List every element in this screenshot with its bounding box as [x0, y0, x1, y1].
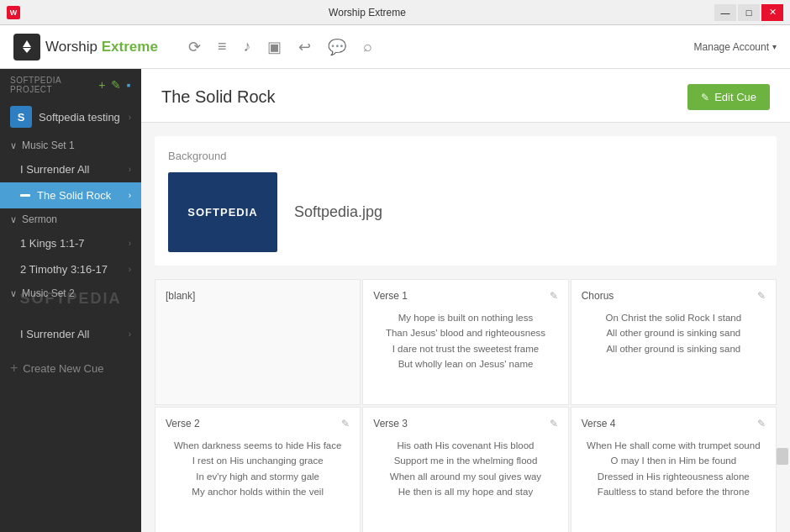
verse-1-text: My hope is built on nothing less Than Je… — [373, 310, 557, 372]
chevron-right-icon-3: › — [129, 191, 131, 200]
project-icons: + ✎ ▪ — [98, 78, 131, 92]
bg-filename: Softpedia.jpg — [294, 203, 382, 221]
expand-icon-2: ∨ — [10, 214, 17, 225]
app-icon: W — [7, 6, 20, 19]
app-logo: Worship Extreme — [13, 34, 158, 61]
folder-icon[interactable]: ▪ — [127, 78, 131, 92]
manage-account-button[interactable]: Manage Account ▾ — [694, 41, 777, 53]
logo-text: Worship Extreme — [45, 39, 158, 55]
edit-icon[interactable]: ✎ — [111, 78, 122, 92]
sidebar-item-sermon[interactable]: ∨ Sermon — [0, 208, 141, 230]
background-section: Background SOFTPEDIA Softpedia.jpg — [155, 136, 777, 266]
slides-section: [blank] Verse 1 ✎ My hope is built on no… — [155, 279, 777, 532]
titlebar: W Worship Extreme — □ ✕ — [0, 0, 790, 25]
plus-icon: + — [10, 361, 18, 376]
window-title: Worship Extreme — [20, 7, 714, 18]
edit-verse-4-icon[interactable]: ✎ — [757, 418, 766, 429]
add-icon[interactable]: + — [98, 78, 106, 92]
edit-verse-1-icon[interactable]: ✎ — [550, 290, 558, 302]
main-layout: SOFTPEDIA PROJECT + ✎ ▪ S Softpedia test… — [0, 69, 790, 532]
background-label: Background — [168, 150, 763, 162]
app-container: Worship Extreme ⟳ ≡ ♪ ▣ ↩ 💬 ⌕ Manage Acc… — [0, 25, 790, 532]
sidebar-item-2-timothy[interactable]: 2 Timothy 3:16-17 › — [0, 256, 141, 282]
list-icon[interactable]: ≡ — [218, 38, 227, 55]
softpedia-icon: S — [10, 106, 32, 128]
scrollbar-thumb[interactable] — [777, 448, 788, 465]
slides-grid: [blank] Verse 1 ✎ My hope is built on no… — [155, 279, 777, 532]
sidebar-item-1-kings[interactable]: 1 Kings 1:1-7 › — [0, 230, 141, 256]
slide-blank[interactable]: [blank] — [155, 279, 361, 405]
undo-icon[interactable]: ↩ — [298, 38, 311, 56]
sidebar-item-music-set-2[interactable]: ∨ Music Set 2 SOFTPEDIA — [0, 282, 141, 304]
sidebar-project-header: SOFTPEDIA PROJECT + ✎ ▪ — [0, 69, 141, 99]
sidebar-item-i-surrender-all-2[interactable]: I Surrender All › — [0, 321, 141, 347]
verse-4-text: When He shall come with trumpet sound O … — [582, 438, 766, 500]
close-button[interactable]: ✕ — [761, 4, 783, 21]
sidebar-item-softpedia-testing[interactable]: S Softpedia testing › — [0, 99, 141, 134]
page-title: The Solid Rock — [161, 87, 276, 107]
window-controls: — □ ✕ — [714, 4, 783, 21]
expand-icon: ∨ — [10, 140, 17, 151]
verse-3-text: His oath His covenant His blood Support … — [373, 438, 557, 500]
chevron-right-icon-5: › — [129, 265, 131, 274]
edit-chorus-icon[interactable]: ✎ — [757, 290, 766, 302]
comment-icon[interactable]: 💬 — [328, 38, 346, 56]
chevron-right-icon: › — [129, 113, 131, 122]
pencil-icon: ✎ — [701, 92, 709, 103]
minimize-button[interactable]: — — [714, 4, 736, 21]
edit-cue-button[interactable]: ✎ Edit Cue — [687, 84, 770, 110]
chevron-down-icon: ▾ — [772, 42, 777, 51]
edit-verse-2-icon[interactable]: ✎ — [341, 418, 350, 429]
create-new-cue-button[interactable]: + Create New Cue — [0, 354, 141, 382]
slide-verse-1[interactable]: Verse 1 ✎ My hope is built on nothing le… — [362, 279, 568, 405]
search-icon[interactable]: ⌕ — [363, 38, 372, 55]
sidebar: SOFTPEDIA PROJECT + ✎ ▪ S Softpedia test… — [0, 69, 141, 532]
chorus-text: On Christ the solid Rock I stand All oth… — [582, 310, 766, 356]
background-content: SOFTPEDIA Softpedia.jpg — [168, 172, 763, 252]
bg-logo: SOFTPEDIA — [187, 206, 257, 219]
content-area: The Solid Rock ✎ Edit Cue Background SOF… — [141, 69, 790, 532]
slide-verse-3[interactable]: Verse 3 ✎ His oath His covenant His bloo… — [362, 407, 568, 532]
maximize-button[interactable]: □ — [738, 4, 760, 21]
content-header: The Solid Rock ✎ Edit Cue — [141, 69, 790, 123]
background-thumbnail: SOFTPEDIA — [168, 172, 277, 252]
music-icon[interactable]: ♪ — [243, 38, 250, 55]
logo-icon — [23, 40, 31, 53]
edit-verse-3-icon[interactable]: ✎ — [550, 418, 558, 429]
active-dash-icon — [20, 194, 30, 197]
verse-2-text: When darkness seems to hide His face I r… — [166, 438, 350, 500]
slide-chorus[interactable]: Chorus ✎ On Christ the solid Rock I stan… — [571, 279, 777, 405]
expand-icon-3: ∨ — [10, 288, 17, 299]
image-icon[interactable]: ▣ — [267, 38, 282, 56]
logo-box — [13, 34, 40, 61]
chevron-right-icon-2: › — [129, 165, 131, 174]
main-toolbar: Worship Extreme ⟳ ≡ ♪ ▣ ↩ 💬 ⌕ Manage Acc… — [0, 25, 790, 69]
sidebar-item-i-surrender-all-1[interactable]: I Surrender All › — [0, 156, 141, 182]
sidebar-item-music-set-1[interactable]: ∨ Music Set 1 — [0, 134, 141, 156]
settings-icon[interactable]: ⟳ — [188, 38, 201, 56]
slide-verse-2[interactable]: Verse 2 ✎ When darkness seems to hide Hi… — [155, 407, 361, 532]
chevron-right-icon-4: › — [129, 239, 131, 248]
sidebar-item-the-solid-rock[interactable]: The Solid Rock › — [0, 182, 141, 208]
chevron-right-icon-6: › — [129, 329, 131, 339]
slide-verse-4[interactable]: Verse 4 ✎ When He shall come with trumpe… — [571, 407, 777, 532]
